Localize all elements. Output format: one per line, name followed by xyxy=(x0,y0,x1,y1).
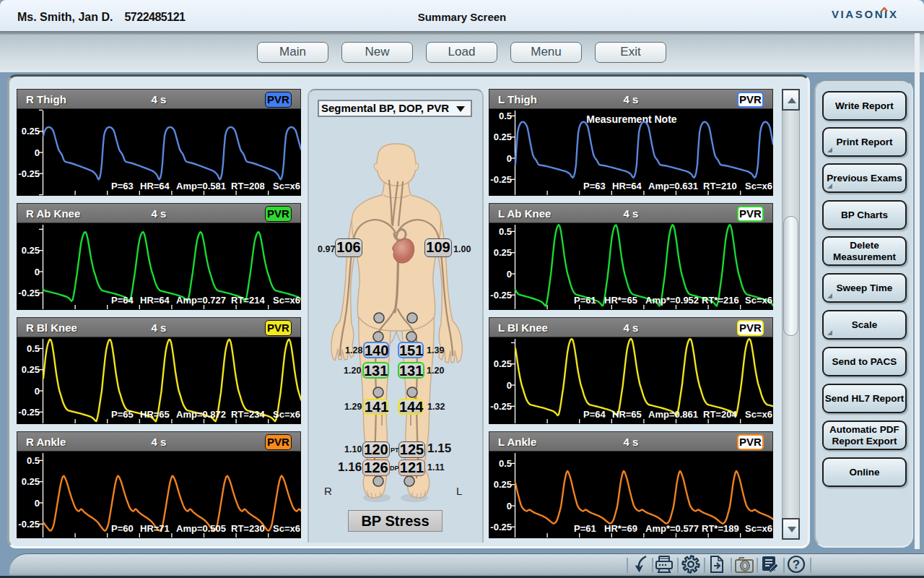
svg-text:HR=64: HR=64 xyxy=(140,295,170,306)
svg-text:Amp*=0.577: Amp*=0.577 xyxy=(645,523,699,534)
svg-text:0: 0 xyxy=(507,153,512,164)
svg-text:P=64: P=64 xyxy=(583,409,606,420)
svg-text:Sc=x6: Sc=x6 xyxy=(273,523,300,534)
svg-text:HR=65: HR=65 xyxy=(140,409,170,420)
svg-text:P=63: P=63 xyxy=(111,181,134,191)
svg-text:0: 0 xyxy=(507,269,512,280)
svg-text:-0.25: -0.25 xyxy=(490,290,512,301)
svg-text:0.25: 0.25 xyxy=(22,245,40,256)
svg-text:Amp=0.581: Amp=0.581 xyxy=(176,181,226,191)
svg-text:?: ? xyxy=(793,558,800,571)
svg-text:Amp=0.505: Amp=0.505 xyxy=(176,523,226,534)
svg-text:0: 0 xyxy=(35,147,40,158)
svg-text:RT=204: RT=204 xyxy=(703,409,737,420)
svg-text:-0.25: -0.25 xyxy=(18,407,40,418)
svg-text:Sc=x6: Sc=x6 xyxy=(745,523,772,534)
svg-text:-0.25: -0.25 xyxy=(490,522,512,532)
svg-text:0.25: 0.25 xyxy=(494,479,512,490)
svg-text:P=64: P=64 xyxy=(111,295,134,306)
svg-text:0: 0 xyxy=(507,380,512,391)
svg-text:-0.25: -0.25 xyxy=(18,288,40,298)
svg-text:Sc=x6: Sc=x6 xyxy=(745,295,772,306)
svg-text:RT=234: RT=234 xyxy=(231,409,265,420)
svg-text:P=63: P=63 xyxy=(583,181,606,191)
svg-text:0.25: 0.25 xyxy=(22,126,40,137)
svg-text:0.25: 0.25 xyxy=(494,247,512,258)
svg-text:RT*=189: RT*=189 xyxy=(702,523,739,534)
svg-text:-0.25: -0.25 xyxy=(18,168,40,179)
svg-text:RT=214: RT=214 xyxy=(231,295,265,306)
svg-text:0.5: 0.5 xyxy=(499,458,512,469)
svg-text:Amp=0.727: Amp=0.727 xyxy=(176,295,226,306)
svg-text:Sc=x6: Sc=x6 xyxy=(273,409,300,420)
svg-text:HR=64: HR=64 xyxy=(140,181,170,191)
svg-text:P=60: P=60 xyxy=(111,523,134,534)
svg-text:P=61: P=61 xyxy=(574,295,596,306)
svg-text:Sc=x6: Sc=x6 xyxy=(745,409,772,420)
svg-text:0.5: 0.5 xyxy=(499,111,512,121)
svg-text:0.5: 0.5 xyxy=(499,226,512,237)
svg-text:HR=65: HR=65 xyxy=(612,409,642,420)
svg-text:Sc=x6: Sc=x6 xyxy=(745,181,772,191)
svg-text:HR*=65: HR*=65 xyxy=(604,295,637,306)
svg-text:0.5: 0.5 xyxy=(27,343,40,354)
svg-text:0.25: 0.25 xyxy=(22,364,40,375)
svg-text:Sc=x6: Sc=x6 xyxy=(273,295,300,306)
svg-text:0: 0 xyxy=(35,267,40,277)
svg-text:-0.25: -0.25 xyxy=(490,401,512,412)
svg-text:0: 0 xyxy=(35,386,40,397)
svg-text:HR=71: HR=71 xyxy=(140,523,170,534)
svg-text:-0.25: -0.25 xyxy=(490,174,512,185)
svg-text:-0.25: -0.25 xyxy=(18,519,40,530)
svg-text:HR=64: HR=64 xyxy=(612,181,642,191)
svg-text:Amp=0.872: Amp=0.872 xyxy=(176,409,226,420)
svg-text:RT*=216: RT*=216 xyxy=(702,295,739,306)
svg-text:P=65: P=65 xyxy=(111,409,134,420)
svg-text:Amp=0.861: Amp=0.861 xyxy=(648,409,698,420)
svg-text:HR*=69: HR*=69 xyxy=(604,523,637,534)
svg-text:Amp*=0.952: Amp*=0.952 xyxy=(645,295,699,306)
svg-text:RT=210: RT=210 xyxy=(703,181,737,191)
svg-text:0: 0 xyxy=(507,501,512,512)
svg-text:0.25: 0.25 xyxy=(494,358,512,369)
svg-text:Amp=0.631: Amp=0.631 xyxy=(648,181,698,191)
svg-text:0.25: 0.25 xyxy=(22,476,40,487)
svg-text:RT=208: RT=208 xyxy=(231,181,265,191)
svg-text:P=61: P=61 xyxy=(574,523,596,534)
svg-text:0.5: 0.5 xyxy=(27,455,40,466)
svg-text:0.25: 0.25 xyxy=(494,131,512,142)
svg-text:Sc=x6: Sc=x6 xyxy=(273,181,300,191)
svg-text:0: 0 xyxy=(35,498,40,509)
svg-text:Measurement Note: Measurement Note xyxy=(586,113,676,125)
svg-text:RT=230: RT=230 xyxy=(231,523,265,534)
